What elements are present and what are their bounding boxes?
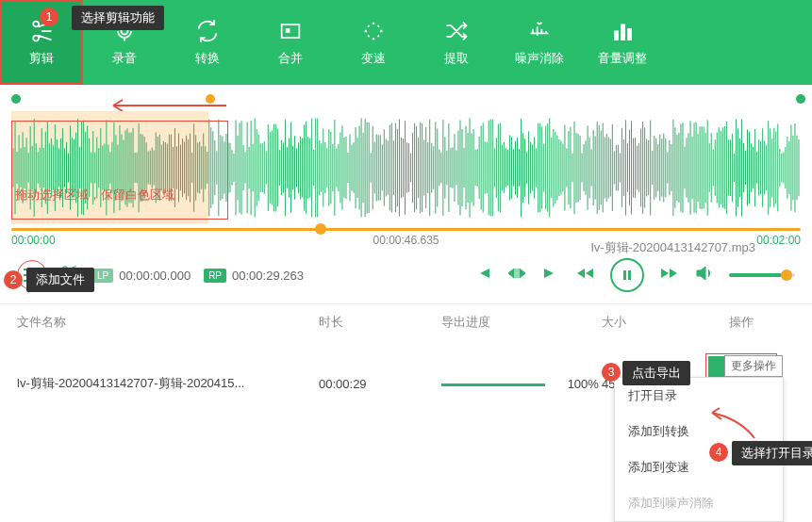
equalizer-icon [609, 18, 636, 44]
tool-label: 转换 [195, 50, 220, 67]
tool-label: 变速 [361, 50, 386, 67]
skip-end-button[interactable] [542, 267, 559, 284]
more-ops-label[interactable]: 更多操作 [724, 355, 783, 377]
svg-rect-4 [621, 24, 625, 40]
tool-convert[interactable]: 转换 [166, 0, 249, 85]
selection-hint: 拖动选择区域，保留白色区域 [15, 187, 174, 204]
time-start: 00:00:00 [11, 234, 56, 247]
time-current: 00:00:46.635 [373, 234, 439, 247]
tool-extract[interactable]: 提取 [415, 0, 498, 85]
cell-duration: 00:00:29 [319, 377, 441, 391]
skip-start-button[interactable] [474, 267, 491, 284]
svg-rect-5 [628, 29, 632, 41]
svg-rect-8 [623, 270, 626, 280]
annotation-tooltip-2: 添加文件 [26, 268, 94, 292]
col-duration: 时长 [319, 314, 441, 331]
forward-button[interactable] [661, 267, 678, 284]
current-file-label: lv-剪辑-20200413142707.mp3 [591, 239, 755, 256]
svg-rect-3 [615, 31, 619, 40]
merge-icon [277, 18, 304, 44]
annotation-tooltip-1: 选择剪辑功能 [72, 6, 164, 30]
annotation-badge-1: 1 [40, 8, 58, 26]
timeline-thumb[interactable] [315, 223, 326, 235]
annotation-tooltip-3: 点击导出 [622, 361, 690, 385]
waveform-canvas[interactable]: /*placeholder*/ 拖动选择区域，保留白色区域 [11, 111, 801, 224]
tool-volume[interactable]: 音量调整 [581, 0, 664, 85]
denoise-icon [526, 18, 553, 44]
rewind-button[interactable] [576, 267, 593, 284]
red-arrow-2-icon [703, 405, 759, 443]
annotation-badge-4: 4 [709, 443, 728, 462]
speed-icon [360, 18, 387, 44]
col-action: 操作 [687, 314, 795, 331]
marker-start[interactable] [11, 94, 21, 104]
volume-fill [729, 273, 782, 277]
playback-controls [474, 258, 795, 292]
right-point[interactable]: RP 00:00:29.263 [204, 269, 304, 283]
tool-merge[interactable]: 合并 [249, 0, 332, 85]
table-header: 文件名称 时长 导出进度 大小 操作 [0, 303, 812, 340]
pause-button[interactable] [610, 258, 644, 292]
annotation-badge-3: 3 [602, 363, 621, 382]
cell-name: lv-剪辑-20200413142707-剪辑-2020415... [17, 375, 319, 392]
trim-in-button[interactable] [508, 267, 525, 284]
annotation-tooltip-4: 选择打开目录 [732, 441, 812, 465]
rp-time: 00:00:29.263 [232, 269, 304, 283]
tool-label: 音量调整 [598, 50, 647, 67]
tool-speed[interactable]: 变速 [332, 0, 415, 85]
progress-bar [441, 383, 545, 386]
control-bar: lv-剪辑-20200413142707.mp3 LP 00:00:00.000… [0, 247, 812, 303]
waveform-area: /*placeholder*/ 拖动选择区域，保留白色区域 [0, 85, 812, 226]
time-end: 00:02:00 [756, 234, 801, 247]
timeline-track[interactable] [11, 228, 801, 231]
tool-label: 剪辑 [29, 50, 54, 67]
tool-label: 提取 [444, 50, 469, 67]
svg-rect-2 [286, 29, 290, 33]
col-size: 大小 [602, 314, 687, 331]
cell-progress: 100% [441, 377, 602, 391]
menu-add-denoise[interactable]: 添加到噪声消除 [615, 485, 783, 521]
svg-rect-1 [282, 24, 300, 38]
shuffle-icon [443, 18, 470, 44]
refresh-icon [194, 18, 221, 44]
rp-tag: RP [204, 269, 226, 283]
volume-icon[interactable] [695, 266, 712, 285]
tool-label: 噪声消除 [515, 50, 564, 67]
tool-label: 合并 [278, 50, 303, 67]
selection-box [11, 121, 228, 220]
volume-thumb[interactable] [781, 269, 792, 281]
tool-label: 录音 [112, 50, 137, 67]
tool-denoise[interactable]: 噪声消除 [498, 0, 581, 85]
svg-rect-9 [628, 270, 631, 280]
marker-end[interactable] [796, 94, 805, 104]
left-point[interactable]: LP 00:00:00.000 [92, 269, 191, 283]
annotation-badge-2: 2 [4, 270, 23, 289]
volume-slider[interactable] [729, 273, 795, 277]
progress-text: 100% [568, 377, 599, 391]
col-name: 文件名称 [17, 314, 319, 331]
lp-tag: LP [92, 269, 113, 283]
col-progress: 导出进度 [441, 314, 602, 331]
lp-time: 00:00:00.000 [119, 269, 191, 283]
